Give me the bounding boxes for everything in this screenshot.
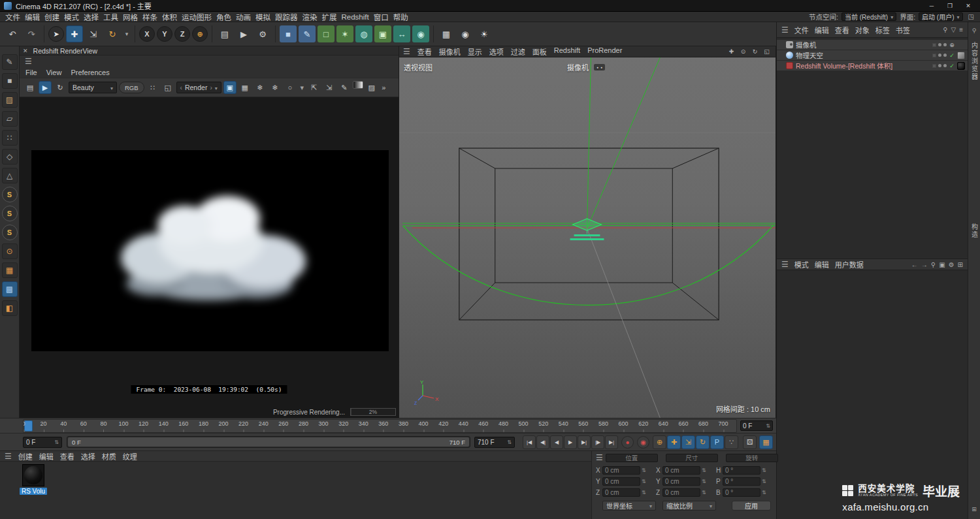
gradient-lut-button[interactable] xyxy=(353,81,363,89)
add-generator-button[interactable]: ✶ xyxy=(336,25,353,42)
visibility-dot-icon[interactable] xyxy=(938,54,941,57)
add-volume-button[interactable]: ◍ xyxy=(355,25,372,42)
rotation-value-field[interactable]: 0 ° xyxy=(723,488,760,497)
next-icon[interactable]: › xyxy=(210,84,212,91)
enable-snap-button[interactable]: S xyxy=(2,187,18,202)
aov-dropdown[interactable]: Beauty xyxy=(69,82,117,93)
object-name[interactable]: 物理天空 xyxy=(796,50,823,60)
attribute-manager-menu-item[interactable]: 用户数据 xyxy=(835,259,864,270)
dock-panel-icon[interactable]: ⊞ xyxy=(972,506,977,512)
panel-menu-icon[interactable]: ☰ xyxy=(5,452,12,461)
am-back-icon[interactable]: ← xyxy=(911,261,918,268)
record-position-button[interactable]: ✚ xyxy=(667,435,681,449)
add-cube-button[interactable]: ■ xyxy=(280,25,297,42)
viewport-label[interactable]: 透视视图 xyxy=(404,62,433,72)
record-scale-button[interactable]: ⇲ xyxy=(681,435,695,449)
coordinate-system-dropdown[interactable]: 世界坐标 xyxy=(602,501,656,511)
add-spline-button[interactable]: ✎ xyxy=(299,25,316,42)
quantize-button[interactable]: S xyxy=(2,225,18,240)
maximize-button[interactable]: ❐ xyxy=(941,0,959,11)
texture-mode-button[interactable]: ▨ xyxy=(2,92,18,108)
lock-z-axis-button[interactable]: Z xyxy=(174,26,190,42)
size-value-field[interactable]: 0 cm xyxy=(662,488,700,497)
menu-item[interactable]: 模拟 xyxy=(255,12,270,22)
node-space-dropdown[interactable]: 当前 (Redshift) xyxy=(841,12,896,21)
stepper-icon[interactable] xyxy=(642,467,647,473)
material-manager-menu-item[interactable]: 创建 xyxy=(18,451,33,462)
next-key-button[interactable]: |▶ xyxy=(591,435,604,449)
material-manager-menu-item[interactable]: 查看 xyxy=(60,451,74,462)
material-thumbnail[interactable] xyxy=(22,464,44,486)
coordinate-mode-dropdown[interactable]: 尺寸 xyxy=(666,454,718,462)
viewport-menu-item[interactable]: Redshift xyxy=(554,46,580,57)
prev-icon[interactable]: ‹ xyxy=(180,84,182,91)
coordinate-mode-dropdown[interactable]: 位置 xyxy=(606,454,658,462)
renderview-menu-item[interactable]: View xyxy=(46,69,62,76)
stepper-icon[interactable] xyxy=(702,490,707,495)
camera-name[interactable]: 摄像机 xyxy=(567,62,589,72)
dither-button[interactable]: ∷ xyxy=(146,81,159,94)
record-parameter-button[interactable]: P xyxy=(710,435,724,449)
play-button[interactable]: ▶ xyxy=(564,435,577,449)
goto-start-button[interactable]: |◀ xyxy=(523,435,536,449)
render-picture-viewer-button[interactable]: ▶ xyxy=(235,25,252,42)
object-name[interactable]: Redshift Volume-[Redshift 体积] xyxy=(796,61,892,71)
scale-mode-dropdown[interactable]: 缩放比例 xyxy=(662,501,716,511)
viewport-menu-item[interactable]: 摄像机 xyxy=(439,46,461,57)
add-field-button[interactable]: ◉ xyxy=(412,25,429,42)
viewport-menu-item[interactable]: 面板 xyxy=(532,46,547,57)
size-value-field[interactable]: 0 cm xyxy=(662,477,700,486)
add-simulate-button[interactable]: ↔ xyxy=(393,25,410,42)
menu-item[interactable]: 窗口 xyxy=(374,12,389,22)
render-image[interactable] xyxy=(31,150,389,351)
material-manager-menu-item[interactable]: 材质 xyxy=(102,451,116,462)
position-value-field[interactable]: 0 cm xyxy=(602,477,640,486)
region-options-dropdown[interactable]: ▾ xyxy=(299,81,306,94)
redo-button[interactable]: ↷ xyxy=(23,25,40,42)
tag-thumbnail[interactable] xyxy=(957,62,965,70)
make-editable-button[interactable]: ✎ xyxy=(2,54,18,70)
position-value-field[interactable]: 0 cm xyxy=(602,488,640,497)
enabled-check-icon[interactable]: ✓ xyxy=(949,63,955,69)
viewport-menu-item[interactable]: 选项 xyxy=(489,46,504,57)
timeline-mode-button[interactable]: ▦ xyxy=(759,435,773,449)
render-dot-icon[interactable] xyxy=(943,43,947,46)
rotate-tool[interactable]: ↻ xyxy=(104,25,121,42)
panel-menu-icon[interactable]: ☰ xyxy=(25,57,32,66)
coordinate-mode-dropdown[interactable]: 旋转 xyxy=(726,454,778,462)
add-subdivision-button[interactable]: □ xyxy=(318,25,335,42)
dock-tab-content-browser[interactable]: 内容浏览器 xyxy=(970,39,979,84)
material-manager-menu-item[interactable]: 纹理 xyxy=(123,451,137,462)
zoom-out-button[interactable]: ⇱ xyxy=(308,81,321,94)
viewport-rotate-icon[interactable]: ↻ xyxy=(750,48,760,56)
menu-item[interactable]: 网格 xyxy=(123,12,138,22)
display-mode-button[interactable]: RGB xyxy=(119,82,144,93)
dock-search-icon[interactable]: ⚲ xyxy=(972,27,977,34)
overflow-button[interactable]: » xyxy=(380,81,387,94)
material-manager-menu-item[interactable]: 编辑 xyxy=(39,451,54,462)
bucket-grid-button[interactable]: ▦ xyxy=(238,81,252,94)
current-frame-field[interactable]: 0 F xyxy=(23,437,62,448)
model-mode-button[interactable]: ■ xyxy=(2,73,18,89)
viewport-menu-item[interactable]: 显示 xyxy=(468,46,482,57)
add-light-button[interactable]: ☀ xyxy=(476,25,493,42)
object-row[interactable]: 摄像机 ⊕ xyxy=(777,40,968,50)
menu-item[interactable]: Redshift xyxy=(342,13,369,21)
preview-range-bar[interactable]: 0 F 710 F xyxy=(68,437,469,447)
viewport-menu-icon[interactable]: ☰ xyxy=(403,47,410,56)
undo-button[interactable]: ↶ xyxy=(4,25,21,42)
viewport-toggle-icon[interactable]: ◱ xyxy=(762,48,772,56)
visibility-dot-icon[interactable] xyxy=(938,43,941,46)
camera-toggle-icon[interactable]: ●● xyxy=(594,64,605,71)
stepper-icon[interactable] xyxy=(762,479,767,484)
menu-item[interactable]: 样条 xyxy=(142,12,157,22)
viewport-zoom-icon[interactable]: ⊙ xyxy=(738,48,748,56)
snapshot-a-button[interactable]: ❄ xyxy=(253,81,267,94)
restart-render-button[interactable]: ↻ xyxy=(54,81,67,94)
record-rotation-button[interactable]: ↻ xyxy=(696,435,710,449)
stepper-icon[interactable] xyxy=(762,467,767,473)
scale-tool[interactable]: ⇲ xyxy=(85,25,102,42)
menu-item[interactable]: 跟踪器 xyxy=(275,12,298,22)
lock-y-axis-button[interactable]: Y xyxy=(157,26,172,42)
am-forward-icon[interactable]: → xyxy=(921,261,928,268)
